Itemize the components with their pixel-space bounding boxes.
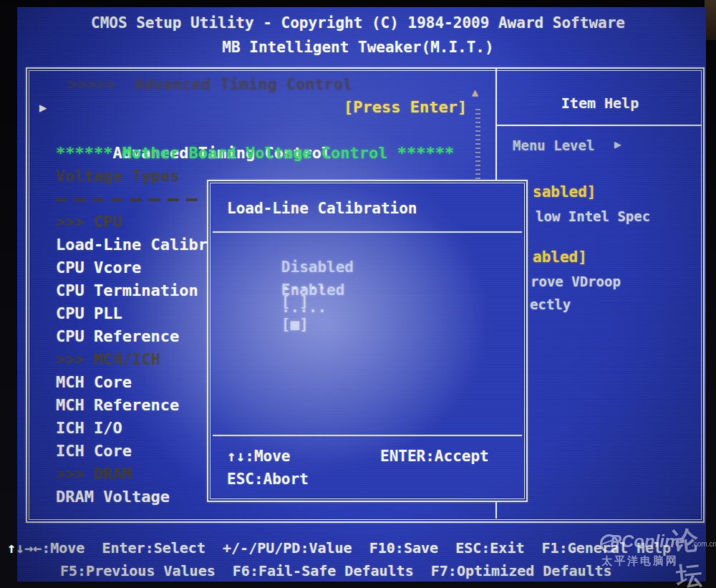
load-line-calibration-dialog: Load-Line Calibration Disabled ..... [ ]… xyxy=(207,180,528,502)
bios-page-title: MB Intelligent Tweaker(M.I.T.) xyxy=(0,39,716,56)
item-help-title: Item Help xyxy=(497,95,703,112)
dim-separator xyxy=(56,198,203,201)
key-legend-line2: F5:Previous Values F6:Fail-Safe Defaults… xyxy=(60,562,612,579)
item-help-divider xyxy=(497,125,702,126)
key-legend-line1: ↑↓→←:Move Enter:Select +/-/PU/PD:Value F… xyxy=(7,539,671,556)
bios-title: CMOS Setup Utility - Copyright (C) 1984-… xyxy=(0,14,716,32)
menu-item-advanced-timing-control[interactable]: ▶ Advanced Timing Control [Press Enter] xyxy=(39,96,492,119)
dialog-title-divider xyxy=(213,231,522,233)
help-value-disabled-fragment: sabled] xyxy=(533,183,596,201)
help-text-fragment-1: low Intel Spec xyxy=(536,208,650,224)
bios-screenshot-photo: CMOS Setup Utility - Copyright (C) 1984-… xyxy=(0,0,716,588)
help-value-enabled-fragment: abled] xyxy=(533,249,587,266)
option-dots: ..... xyxy=(281,299,353,316)
help-text-fragment-2: rove VDroop xyxy=(531,274,621,289)
dialog-hint-move: ↑↓:Move xyxy=(227,448,291,465)
menu-level-label: Menu Level xyxy=(513,138,594,153)
option-label: Enabled xyxy=(281,281,396,299)
section-header-voltage-control: ****** Mother Board Voltage Control ****… xyxy=(39,142,492,165)
option-checkbox-checked[interactable]: [■] xyxy=(281,316,309,333)
help-text-fragment-3: ectly xyxy=(530,297,571,312)
menu-level-arrow-icon: ▶ xyxy=(614,138,621,151)
option-enabled[interactable]: Enabled ..... [■] xyxy=(227,264,396,350)
press-enter-value[interactable]: [Press Enter] xyxy=(344,96,467,119)
ghost-label: >>>>> Advanced Timing Control xyxy=(68,75,352,93)
selection-pointer-icon: ▶ xyxy=(39,96,47,119)
dialog-hint-abort: ESC:Abort xyxy=(227,471,309,488)
menu-ghost-row: >>>>> Advanced Timing Control xyxy=(39,73,492,96)
dialog-hint-accept: ENTER:Accept xyxy=(380,448,489,465)
dialog-footer-divider xyxy=(213,435,522,436)
dialog-title: Load-Line Calibration xyxy=(227,200,417,217)
